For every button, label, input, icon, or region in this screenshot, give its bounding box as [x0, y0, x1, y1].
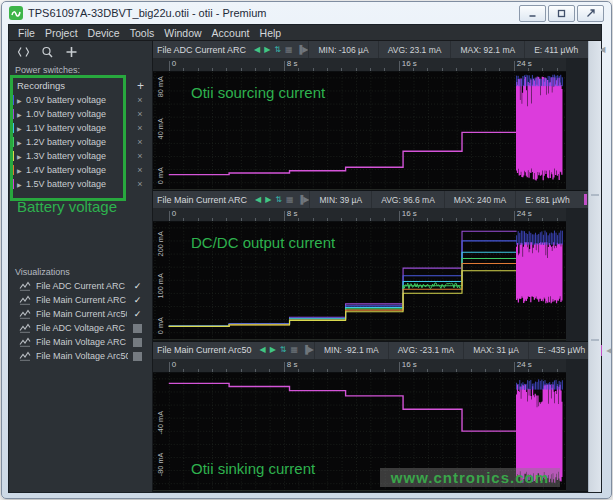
recording-item[interactable]: ▶ 1.4V battery voltage × — [9, 163, 152, 177]
ruler-tick-label: 16 s — [402, 209, 417, 218]
maximize-icon — [557, 9, 566, 18]
plot-area[interactable]: 0 mA40 mA80 mA Otii sourcing current — [153, 72, 566, 190]
svg-text:200 mA: 200 mA — [156, 231, 165, 256]
visualization-item[interactable]: File Main Current ARC ✓ — [9, 293, 152, 307]
nav-left-icon[interactable]: ◀ — [255, 196, 261, 204]
minimize-button[interactable] — [519, 5, 546, 22]
stat-max: MAX: 240 mA — [444, 191, 515, 208]
stat-energy: E: 411 µWh — [524, 41, 587, 58]
recording-item[interactable]: ▶ 1.3V battery voltage × — [9, 149, 152, 163]
menu-item-account[interactable]: Account — [207, 26, 255, 40]
export-arrow-icon — [586, 8, 596, 18]
fit-selection-icon[interactable] — [17, 46, 30, 58]
remove-recording-button[interactable]: × — [135, 137, 145, 147]
visualizations-header: Visualizations — [9, 265, 152, 279]
close-button[interactable] — [577, 5, 604, 22]
nav-left-icon[interactable]: ◀ — [260, 346, 266, 354]
nav-right-icon[interactable]: ▶ — [265, 196, 271, 204]
ruler-tick-label: 24 s — [517, 360, 532, 369]
time-ruler[interactable]: 08 s16 s24 s — [153, 359, 566, 373]
grid-view-icon[interactable]: ▦ — [285, 46, 293, 54]
visualization-item[interactable]: File Main Voltage Arc50 — [9, 349, 152, 363]
grid-view-icon[interactable]: ▦ — [291, 346, 299, 354]
recording-item[interactable]: ▶ 0.9V battery voltage × — [9, 93, 152, 107]
visualization-checkbox[interactable]: ✓ — [132, 309, 143, 319]
time-ruler[interactable]: 08 s16 s24 s — [153, 208, 566, 222]
menu-item-project[interactable]: Project — [40, 26, 83, 40]
play-to-end-icon[interactable]: ▐▶ — [297, 46, 309, 54]
line-chart-icon — [19, 295, 31, 305]
recording-item[interactable]: ▶ 1.1V battery voltage × — [9, 121, 152, 135]
recording-item[interactable]: ▶ 1.0V battery voltage × — [9, 107, 152, 121]
remove-recording-button[interactable]: × — [135, 95, 145, 105]
menu-item-help[interactable]: Help — [255, 26, 287, 40]
expand-triangle-icon[interactable]: ▶ — [17, 125, 26, 132]
app-window: TPS61097A-33DBVT_big22u.otii - otii - Pr… — [1, 1, 612, 499]
vertical-scrollbar[interactable] — [588, 41, 601, 492]
line-chart-icon — [19, 337, 31, 347]
nav-right-icon[interactable]: ▶ — [270, 346, 276, 354]
visualization-checkbox[interactable] — [133, 352, 142, 361]
visualization-checkbox[interactable]: ✓ — [132, 295, 143, 305]
visualization-checkbox[interactable] — [133, 324, 142, 333]
collapse-arrow-icon[interactable]: ◀ — [602, 346, 612, 355]
nav-left-icon[interactable]: ◀ — [254, 46, 260, 54]
play-to-end-icon[interactable]: ▐▶ — [298, 196, 310, 204]
scrollbar-mark — [591, 339, 599, 341]
menubar: FileProjectDeviceToolsWindowAccountHelp — [9, 25, 601, 41]
chart-header: File Main Current Arc50 ◀▶⇅▦▐▶ MIN: -92.… — [153, 342, 588, 359]
ruler-tick-label: 16 s — [402, 360, 417, 369]
remove-recording-button[interactable]: × — [135, 109, 145, 119]
visualization-item[interactable]: File ADC Current ARC ✓ — [9, 279, 152, 293]
remove-recording-button[interactable]: × — [135, 179, 145, 189]
expand-triangle-icon[interactable]: ▶ — [17, 153, 26, 160]
chart-stats: MIN: -92.1 mAAVG: -23.1 mAMAX: 31 µAE: -… — [314, 342, 594, 359]
visualization-label: File ADC Voltage ARC — [36, 323, 128, 333]
expand-triangle-icon[interactable]: ▶ — [17, 181, 26, 188]
recording-item[interactable]: ▶ 1.2V battery voltage × — [9, 135, 152, 149]
visualization-checkbox[interactable] — [133, 338, 142, 347]
expand-triangle-icon[interactable]: ▶ — [17, 139, 26, 146]
visualization-item[interactable]: File Main Current Arc50 ✓ — [9, 307, 152, 321]
chart-stats: MIN: -106 µAAVG: 23.1 mAMAX: 92.1 mAE: 4… — [308, 41, 587, 58]
magnifier-icon[interactable] — [41, 46, 54, 58]
menu-item-file[interactable]: File — [13, 26, 40, 40]
plot-area[interactable]: 0 mA100 mA200 mA DC/DC output current — [153, 222, 566, 340]
menu-item-device[interactable]: Device — [83, 26, 125, 40]
titlebar[interactable]: TPS61097A-33DBVT_big22u.otii - otii - Pr… — [2, 2, 611, 24]
remove-recording-button[interactable]: × — [135, 123, 145, 133]
recording-item[interactable]: ▶ 1.5V battery voltage × — [9, 177, 152, 191]
ruler-tick-label: 8 s — [287, 360, 298, 369]
add-recording-button[interactable]: + — [137, 81, 144, 91]
ruler-tick-label: 16 s — [402, 59, 417, 68]
time-ruler[interactable]: 08 s16 s24 s — [153, 58, 566, 72]
visualization-checkbox[interactable]: ✓ — [132, 281, 143, 291]
zoom-vertical-icon[interactable]: ⇅ — [274, 46, 281, 54]
stat-avg: AVG: -23.1 mA — [388, 342, 464, 359]
expand-triangle-icon[interactable]: ▶ — [17, 97, 26, 104]
zoom-vertical-icon[interactable]: ⇅ — [275, 196, 282, 204]
pan-icon[interactable] — [65, 46, 78, 58]
chart-header: File Main Current ARC ◀▶⇅▦▐▶ MIN: 39 µAA… — [153, 191, 588, 208]
remove-recording-button[interactable]: × — [135, 165, 145, 175]
zoom-vertical-icon[interactable]: ⇅ — [280, 346, 287, 354]
stat-avg: AVG: 23.1 mA — [378, 41, 451, 58]
maximize-button[interactable] — [548, 5, 575, 22]
nav-right-icon[interactable]: ▶ — [264, 46, 270, 54]
visualization-item[interactable]: File Main Voltage ARC — [9, 335, 152, 349]
visualization-item[interactable]: File ADC Voltage ARC — [9, 321, 152, 335]
grid-view-icon[interactable]: ▦ — [286, 196, 294, 204]
recording-color-strip — [11, 179, 14, 189]
recording-label: 1.1V battery voltage — [26, 123, 135, 133]
chart-annotation: Otii sinking current — [191, 460, 315, 477]
menu-item-tools[interactable]: Tools — [125, 26, 160, 40]
stat-max: MAX: 31 µA — [463, 342, 528, 359]
expand-triangle-icon[interactable]: ▶ — [17, 111, 26, 118]
remove-recording-button[interactable]: × — [135, 151, 145, 161]
chart-title: File Main Current ARC — [157, 195, 255, 205]
recording-label: 1.5V battery voltage — [26, 179, 135, 189]
svg-text:0 mA: 0 mA — [156, 167, 165, 184]
expand-triangle-icon[interactable]: ▶ — [17, 167, 26, 174]
play-to-end-icon[interactable]: ▐▶ — [302, 346, 314, 354]
menu-item-window[interactable]: Window — [159, 26, 206, 40]
